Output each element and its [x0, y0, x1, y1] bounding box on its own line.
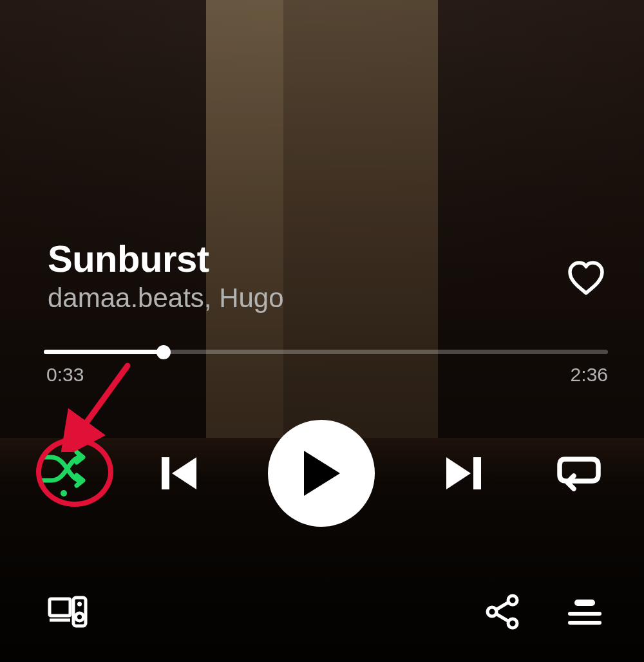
track-title[interactable]: Sunburst	[48, 240, 554, 279]
like-button[interactable]	[564, 256, 608, 300]
shuffle-icon	[41, 448, 87, 498]
transport-controls	[35, 419, 608, 528]
svg-rect-6	[473, 457, 481, 489]
svg-rect-7	[50, 599, 70, 616]
play-button[interactable]	[268, 420, 375, 527]
bottom-actions	[48, 592, 603, 631]
queue-button[interactable]	[567, 597, 603, 627]
devices-icon	[48, 596, 88, 628]
next-icon	[440, 451, 485, 496]
progress-track	[44, 350, 608, 354]
backdrop-overlay	[0, 0, 644, 662]
previous-icon	[158, 451, 203, 496]
progress-times: 0:33 2:36	[46, 364, 608, 386]
now-playing-screen: Sunburst damaa.beats, Hugo 0:33 2:36	[0, 0, 644, 662]
shuffle-button[interactable]	[35, 444, 93, 502]
play-icon	[300, 449, 343, 497]
next-button[interactable]	[433, 444, 491, 502]
share-icon	[484, 594, 520, 630]
track-info: Sunburst damaa.beats, Hugo	[48, 240, 554, 314]
repeat-button[interactable]	[550, 444, 608, 502]
devices-button[interactable]	[48, 596, 88, 628]
heart-icon	[567, 261, 605, 296]
progress-thumb[interactable]	[156, 345, 171, 359]
elapsed-time: 0:33	[46, 364, 84, 386]
repeat-icon	[556, 453, 602, 494]
svg-point-9	[77, 602, 82, 607]
previous-button[interactable]	[151, 444, 209, 502]
svg-rect-14	[574, 600, 595, 606]
share-button[interactable]	[484, 594, 520, 630]
progress-bar[interactable]	[44, 350, 608, 354]
total-time: 2:36	[571, 364, 608, 386]
svg-point-10	[76, 613, 84, 621]
queue-icon	[567, 597, 603, 627]
progress-fill	[44, 350, 164, 354]
svg-rect-5	[162, 457, 169, 489]
track-artist[interactable]: damaa.beats, Hugo	[48, 283, 554, 314]
svg-point-4	[61, 490, 67, 497]
bottom-actions-right	[484, 594, 603, 630]
